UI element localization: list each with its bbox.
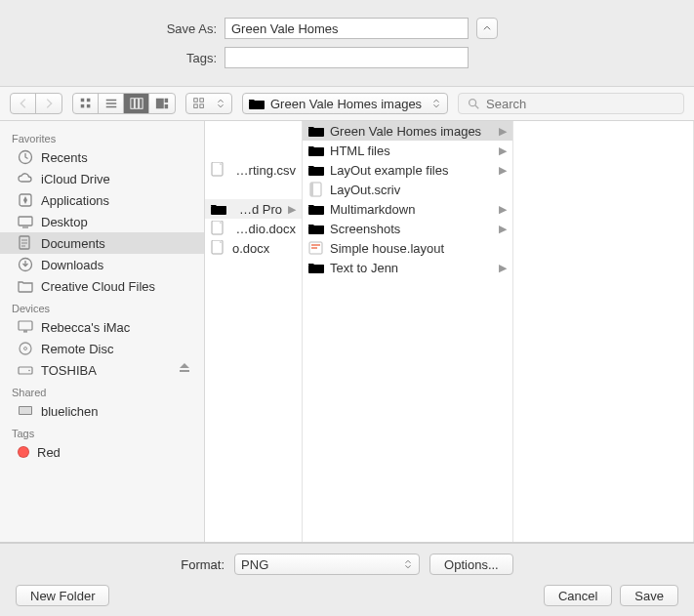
tags-label: Tags: (20, 51, 225, 65)
sidebar-item-icloud[interactable]: iCloud Drive (0, 168, 204, 189)
file-row[interactable]: e and Pro▶ (205, 199, 302, 219)
file-row[interactable]: xporting.csv (205, 160, 302, 180)
disclosure-arrow-icon: ▶ (499, 262, 507, 274)
path-popup[interactable]: Green Vale Homes images (242, 93, 448, 114)
sidebar-item-bluelichen[interactable]: bluelichen (0, 400, 204, 422)
sidebar-item-label: Applications (41, 193, 109, 208)
tags-input[interactable] (225, 47, 469, 68)
search-field[interactable] (458, 93, 684, 114)
file-label: Studio.docx (232, 222, 296, 236)
sidebar-item-label: Creative Cloud Files (41, 279, 155, 294)
layout-icon (308, 240, 324, 256)
sidebar-item-label: Red (37, 445, 61, 460)
file-label: Green Vale Homes images (330, 124, 493, 139)
options-label: Options... (444, 557, 499, 572)
file-row[interactable]: o.docx (205, 238, 302, 258)
cancel-button[interactable]: Cancel (544, 585, 612, 606)
docside-icon (18, 235, 33, 251)
app-icon (18, 192, 33, 208)
column-view: xporting.csve and Pro▶Studio.docxo.docx … (205, 121, 694, 542)
disclosure-arrow-icon: ▶ (288, 203, 296, 216)
sidebar-item-label: iCloud Drive (41, 172, 110, 186)
sidebar-heading: Devices (0, 297, 204, 316)
file-row[interactable] (205, 141, 302, 160)
file-label: LayOut.scriv (330, 183, 507, 197)
file-row[interactable]: Simple house.layout (303, 238, 512, 258)
save-as-input[interactable] (225, 18, 469, 39)
collapse-button[interactable] (476, 18, 498, 39)
desktop-icon (18, 214, 33, 229)
sidebar-item-downloads[interactable]: Downloads (0, 254, 204, 275)
disclosure-arrow-icon: ▶ (499, 144, 507, 157)
file-row[interactable]: Studio.docx (205, 219, 302, 238)
file-row[interactable]: LayOut example files▶ (303, 160, 512, 180)
sidebar-item-label: Downloads (41, 258, 103, 272)
sidebar-item-label: bluelichen (41, 404, 99, 419)
chevron-updown-icon (431, 99, 441, 108)
save-label: Save (634, 589, 664, 603)
view-gallery-button[interactable] (149, 94, 175, 113)
bottom-bar: Format: PNG Options... New Folder Cancel… (0, 543, 694, 616)
file-label: Simple house.layout (330, 241, 507, 256)
sidebar-item-documents[interactable]: Documents (0, 232, 204, 254)
sidebar-item-label: Rebecca's iMac (41, 320, 130, 335)
view-mode-buttons (72, 93, 176, 114)
view-column-button[interactable] (124, 94, 149, 113)
file-label: Text to Jenn (330, 261, 493, 275)
doc-icon (211, 162, 226, 178)
group-by-popup[interactable] (185, 93, 232, 114)
doc-icon (211, 240, 226, 256)
file-row[interactable] (205, 121, 302, 141)
sidebar-item-label: Remote Disc (41, 342, 113, 356)
folder-icon (211, 203, 226, 215)
new-folder-button[interactable]: New Folder (16, 585, 109, 606)
chevron-right-icon (42, 97, 56, 110)
file-row[interactable]: Multimarkdown▶ (303, 199, 512, 219)
sidebar-item-toshiba[interactable]: TOSHIBA (0, 359, 204, 381)
file-browser: FavoritesRecentsiCloud DriveApplications… (0, 121, 694, 543)
column-2: Green Vale Homes images▶HTML files▶LayOu… (303, 121, 513, 542)
screen-icon (18, 403, 33, 419)
save-as-label: Save As: (20, 21, 225, 36)
sidebar-item-applications[interactable]: Applications (0, 189, 204, 211)
column-3 (513, 121, 694, 542)
disclosure-arrow-icon: ▶ (499, 164, 507, 177)
sidebar-item-remotedisc[interactable]: Remote Disc (0, 338, 204, 359)
sidebar-item-recents[interactable]: Recents (0, 146, 204, 168)
format-select[interactable]: PNG (234, 554, 420, 575)
column-1: xporting.csve and Pro▶Studio.docxo.docx (205, 121, 303, 542)
file-row[interactable] (205, 180, 302, 199)
file-label: HTML files (330, 144, 493, 158)
forward-button[interactable] (36, 94, 61, 113)
sidebar-item-desktop[interactable]: Desktop (0, 211, 204, 232)
file-row[interactable]: Screenshots▶ (303, 219, 512, 238)
file-row[interactable]: LayOut.scriv (303, 180, 512, 199)
sidebar-item-imac[interactable]: Rebecca's iMac (0, 316, 204, 338)
file-row[interactable]: Green Vale Homes images▶ (303, 121, 512, 141)
folder-icon (308, 164, 324, 176)
folder-icon (249, 98, 265, 109)
imac-icon (18, 319, 33, 335)
save-button[interactable]: Save (620, 585, 678, 606)
view-icon-button[interactable] (73, 94, 99, 113)
sidebar-heading: Favorites (0, 127, 204, 146)
sidebar-item-tag-red[interactable]: Red (0, 441, 204, 463)
new-folder-label: New Folder (30, 589, 95, 603)
grid-icon (192, 97, 206, 110)
file-row[interactable]: HTML files▶ (303, 141, 512, 160)
disc-icon (18, 341, 33, 356)
format-value: PNG (241, 557, 268, 572)
column-view-icon (130, 97, 143, 110)
cloud-icon (18, 171, 33, 186)
list-view-icon (104, 97, 118, 110)
format-label: Format: (181, 557, 225, 572)
disclosure-arrow-icon: ▶ (499, 223, 507, 235)
view-list-button[interactable] (99, 94, 124, 113)
back-button[interactable] (11, 94, 36, 113)
sidebar-item-ccfiles[interactable]: Creative Cloud Files (0, 275, 204, 297)
file-label: e and Pro (232, 202, 282, 217)
options-button[interactable]: Options... (429, 554, 513, 575)
search-input[interactable] (486, 97, 675, 111)
file-row[interactable]: Text to Jenn▶ (303, 258, 512, 277)
gallery-view-icon (155, 97, 169, 110)
